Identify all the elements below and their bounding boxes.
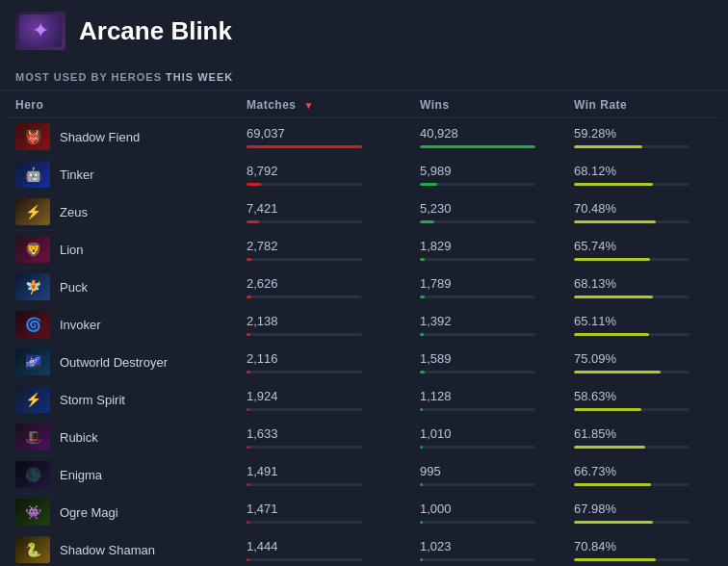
wins-value: 1,789 (420, 276, 574, 291)
wins-cell: 1,128 (420, 389, 574, 411)
matches-bar (247, 558, 362, 561)
hero-avatar: 🌀 (15, 311, 50, 338)
winrate-wrapper: 65.11% (574, 314, 689, 336)
winrate-wrapper: 58.63% (574, 389, 689, 411)
wins-wrapper: 5,230 (420, 201, 574, 223)
wins-value: 1,023 (420, 539, 574, 553)
hero-avatar: 👹 (15, 123, 50, 150)
matches-bar (247, 296, 362, 298)
matches-value: 1,924 (247, 389, 420, 403)
hero-name[interactable]: Lion (60, 243, 84, 257)
winrate-bar (574, 408, 689, 411)
hero-avatar: 🐍 (15, 536, 50, 563)
hero-name[interactable]: Storm Spirit (60, 393, 125, 407)
matches-cell: 69,037 (247, 126, 420, 148)
col-header-hero: Hero (15, 98, 247, 112)
hero-cell: 🐍 Shadow Shaman (15, 536, 247, 563)
matches-value: 69,037 (247, 126, 420, 141)
hero-name[interactable]: Outworld Destroyer (60, 355, 168, 370)
winrate-bar-fill (574, 408, 641, 411)
hero-name[interactable]: Tinker (60, 167, 94, 182)
wins-value: 1,392 (420, 314, 574, 328)
winrate-bar-fill (574, 183, 653, 186)
hero-avatar: 👾 (15, 499, 50, 526)
winrate-bar-fill (574, 296, 653, 298)
matches-cell: 1,491 (247, 464, 420, 486)
wins-wrapper: 40,928 (420, 126, 574, 148)
col-header-wins: Wins (420, 98, 574, 112)
hero-avatar: 🌌 (15, 348, 50, 375)
wins-value: 1,589 (420, 351, 574, 366)
hero-name[interactable]: Zeus (60, 205, 88, 219)
matches-value: 8,792 (247, 164, 420, 178)
winrate-value: 65.11% (574, 314, 689, 328)
hero-name[interactable]: Invoker (60, 318, 101, 332)
page-header: ✦ Arcane Blink (0, 0, 728, 62)
col-header-matches[interactable]: Matches ▼ (247, 98, 420, 112)
hero-cell: 👾 Ogre Magi (15, 499, 247, 526)
wins-wrapper: 1,010 (420, 426, 574, 449)
hero-name[interactable]: Rubick (60, 430, 98, 445)
hero-cell: ⚡ Storm Spirit (15, 386, 247, 413)
matches-value: 1,444 (247, 539, 420, 553)
matches-bar-fill (247, 183, 261, 186)
matches-bar-fill (247, 408, 249, 411)
hero-name[interactable]: Shadow Fiend (60, 130, 140, 144)
table-row: 👹 Shadow Fiend 69,037 40,928 59.28% (8, 118, 720, 156)
winrate-bar (574, 220, 689, 223)
matches-bar-fill (247, 521, 249, 524)
winrate-cell: 58.63% (574, 389, 713, 411)
matches-wrapper: 2,626 (247, 276, 420, 298)
wins-bar (420, 521, 535, 524)
wins-cell: 40,928 (420, 126, 574, 148)
wins-bar-fill (420, 296, 425, 298)
winrate-bar-fill (574, 220, 656, 223)
hero-name[interactable]: Enigma (60, 468, 102, 482)
matches-value: 2,138 (247, 314, 420, 328)
matches-value: 2,626 (247, 276, 420, 291)
hero-table: Hero Matches ▼ Wins Win Rate 👹 Shadow Fi… (0, 90, 728, 566)
table-body: 👹 Shadow Fiend 69,037 40,928 59.28% (8, 118, 720, 566)
winrate-value: 67.98% (574, 502, 689, 516)
col-header-winrate: Win Rate (574, 98, 713, 112)
winrate-value: 59.28% (574, 126, 689, 141)
winrate-bar-fill (574, 258, 650, 261)
wins-wrapper: 5,989 (420, 164, 574, 186)
matches-wrapper: 1,471 (247, 502, 420, 524)
winrate-cell: 75.09% (574, 351, 713, 373)
hero-name[interactable]: Ogre Magi (60, 505, 118, 520)
wins-wrapper: 1,128 (420, 389, 574, 411)
table-row: 🧚 Puck 2,626 1,789 68.13% (8, 269, 720, 306)
wins-wrapper: 995 (420, 464, 574, 486)
hero-avatar: 🎩 (15, 424, 50, 450)
matches-value: 1,633 (247, 426, 420, 441)
wins-bar (420, 558, 535, 561)
wins-value: 1,128 (420, 389, 574, 403)
winrate-value: 66.73% (574, 464, 689, 478)
wins-cell: 1,000 (420, 502, 574, 524)
winrate-value: 61.85% (574, 426, 689, 441)
wins-bar (420, 258, 535, 261)
wins-wrapper: 1,589 (420, 351, 574, 373)
hero-name[interactable]: Shadow Shaman (60, 543, 155, 557)
winrate-value: 58.63% (574, 389, 689, 403)
matches-bar-fill (247, 296, 251, 298)
matches-bar (247, 333, 362, 336)
item-icon-inner: ✦ (19, 14, 62, 47)
matches-bar (247, 145, 362, 148)
wins-cell: 1,392 (420, 314, 574, 336)
winrate-cell: 61.85% (574, 426, 713, 449)
wins-bar (420, 483, 535, 486)
matches-bar-fill (247, 558, 249, 561)
winrate-bar (574, 296, 689, 298)
winrate-bar (574, 521, 689, 524)
hero-name[interactable]: Puck (60, 280, 88, 295)
matches-wrapper: 69,037 (247, 126, 420, 148)
winrate-cell: 66.73% (574, 464, 713, 486)
table-row: 👾 Ogre Magi 1,471 1,000 67.98% (8, 494, 720, 531)
wins-wrapper: 1,000 (420, 502, 574, 524)
matches-wrapper: 7,421 (247, 201, 420, 223)
winrate-wrapper: 68.13% (574, 276, 689, 298)
winrate-value: 75.09% (574, 351, 689, 366)
matches-cell: 2,138 (247, 314, 420, 336)
